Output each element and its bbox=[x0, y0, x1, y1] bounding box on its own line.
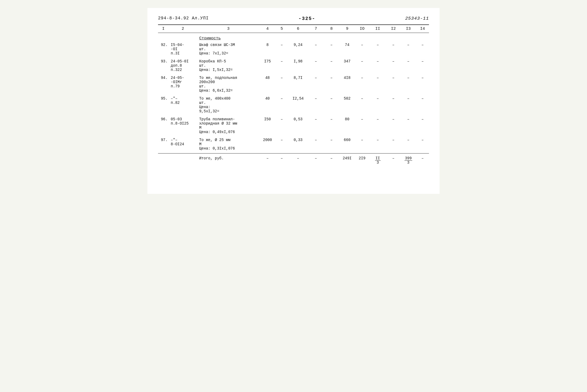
row-5-col-12: – bbox=[386, 116, 401, 135]
row-5-col-5: – bbox=[275, 116, 288, 135]
total-col-5: – bbox=[275, 154, 288, 167]
row-4-col-12: – bbox=[386, 95, 401, 114]
col-header-6: 6 bbox=[288, 25, 308, 33]
row-3-col-13: – bbox=[401, 75, 416, 94]
col-header-8: 8 bbox=[324, 25, 339, 33]
row-2-col-8: – bbox=[324, 58, 339, 73]
row-1-col-3: Шкаф связи ШС-3М шт. Цена: 7хI,32= bbox=[197, 42, 260, 57]
main-table: I 2 3 4 5 6 7 8 9 IO II I2 I3 I4 Стоимо bbox=[158, 24, 429, 167]
row-4-col-10: – bbox=[355, 95, 369, 114]
row-3-col-4: 48 bbox=[260, 75, 275, 94]
row-4-col-11: – bbox=[369, 95, 386, 114]
col-header-12: I2 bbox=[386, 25, 401, 33]
section-header-label: Стоимость bbox=[197, 33, 260, 42]
row-1-col-12: – bbox=[386, 42, 401, 57]
table-row: 95.–"– п.82То же, 400х400 шт. Цена: 9,5х… bbox=[158, 95, 429, 114]
row-5-col-13: – bbox=[401, 116, 416, 135]
total-col-11: II3 bbox=[369, 154, 386, 167]
row-6-col-2: –"– 8-OI24 bbox=[169, 137, 197, 152]
col-header-1: I bbox=[158, 25, 169, 33]
col-header-7: 7 bbox=[308, 25, 324, 33]
table-row: 92.I5-04- -OI п.3IШкаф связи ШС-3М шт. Ц… bbox=[158, 42, 429, 57]
row-5-col-6: 0,53 bbox=[288, 116, 308, 135]
col-header-5: 5 bbox=[275, 25, 288, 33]
row-6-col-13: – bbox=[401, 137, 416, 152]
row-5-col-4: I50 bbox=[260, 116, 275, 135]
total-col-1 bbox=[158, 154, 169, 167]
row-2-col-10: – bbox=[355, 58, 369, 73]
row-4-col-5: – bbox=[275, 95, 288, 114]
row-6-col-14: – bbox=[416, 137, 429, 152]
row-1-col-8: – bbox=[324, 42, 339, 57]
row-1-col-11: – bbox=[369, 42, 386, 57]
section-header-rest bbox=[260, 33, 429, 42]
row-5-col-9: 80 bbox=[339, 116, 355, 135]
row-5-col-10: – bbox=[355, 116, 369, 135]
row-3-col-10: – bbox=[355, 75, 369, 94]
row-1-col-4: 8 bbox=[260, 42, 275, 57]
row-4-col-7: – bbox=[308, 95, 324, 114]
row-4-col-6: I2,54 bbox=[288, 95, 308, 114]
row-4-col-14: – bbox=[416, 95, 429, 114]
row-3-col-6: 8,7I bbox=[288, 75, 308, 94]
row-2-col-3: Коробка КП-5 шт. Цена: I,5хI,32= bbox=[197, 58, 260, 73]
header-right: 25343-11 bbox=[405, 16, 429, 21]
total-col-4: – bbox=[260, 154, 275, 167]
row-5-col-2: 05-03 п.8-OI25 bbox=[169, 116, 197, 135]
row-1-col-10: – bbox=[355, 42, 369, 57]
row-4-col-1: 95. bbox=[158, 95, 169, 114]
row-4-col-8: – bbox=[324, 95, 339, 114]
total-col-2 bbox=[169, 154, 197, 167]
row-3-col-11: – bbox=[369, 75, 386, 94]
row-1-col-2: I5-04- -OI п.3I bbox=[169, 42, 197, 57]
page-header: 294-8-34.92 Ал.УПI -325- 25343-11 bbox=[158, 16, 429, 21]
header-left: 294-8-34.92 Ал.УПI bbox=[158, 16, 209, 21]
row-2-col-13: – bbox=[401, 58, 416, 73]
table-row: 97.–"– 8-OI24То же, Ø 25 мм М Цена: 0,3I… bbox=[158, 137, 429, 152]
section-header-col1 bbox=[158, 33, 169, 42]
row-1-col-9: 74 bbox=[339, 42, 355, 57]
col-header-4: 4 bbox=[260, 25, 275, 33]
col-header-13: I3 bbox=[401, 25, 416, 33]
row-3-col-7: – bbox=[308, 75, 324, 94]
row-3-col-1: 94. bbox=[158, 75, 169, 94]
col-header-3: 3 bbox=[197, 25, 260, 33]
table-row: 94.24-05- -OIMr п.79То же, подпольная 20… bbox=[158, 75, 429, 94]
row-1-col-14: – bbox=[416, 42, 429, 57]
table-row: 96.05-03 п.8-OI25Труба поливинил- хлорид… bbox=[158, 116, 429, 135]
total-col-13: 3993 bbox=[401, 154, 416, 167]
row-2-col-6: I,98 bbox=[288, 58, 308, 73]
column-header-row: I 2 3 4 5 6 7 8 9 IO II I2 I3 I4 bbox=[158, 25, 429, 33]
row-1-col-5: – bbox=[275, 42, 288, 57]
row-5-col-14: – bbox=[416, 116, 429, 135]
total-col-6: – bbox=[288, 154, 308, 167]
row-6-col-10: – bbox=[355, 137, 369, 152]
total-row: Итого, руб.–––––249I2I9II3–3993– bbox=[158, 154, 429, 167]
row-4-col-13: – bbox=[401, 95, 416, 114]
row-3-col-3: То же, подпольная 200х200 шт. Цена: 6,6х… bbox=[197, 75, 260, 94]
row-3-col-14: – bbox=[416, 75, 429, 94]
row-1-col-6: 9,24 bbox=[288, 42, 308, 57]
row-3-col-12: – bbox=[386, 75, 401, 94]
row-3-col-5: – bbox=[275, 75, 288, 94]
col-header-11: II bbox=[369, 25, 386, 33]
total-col-9: 249I bbox=[339, 154, 355, 167]
header-center: -325- bbox=[299, 16, 316, 21]
row-2-col-1: 93. bbox=[158, 58, 169, 73]
row-6-col-11: – bbox=[369, 137, 386, 152]
row-2-col-2: 24-05-0I доп.8 п.322 bbox=[169, 58, 197, 73]
row-2-col-9: 347 bbox=[339, 58, 355, 73]
row-6-col-8: – bbox=[324, 137, 339, 152]
total-col-10: 2I9 bbox=[355, 154, 369, 167]
row-5-col-3: Труба поливинил- хлоридная Ø 32 мм М Цен… bbox=[197, 116, 260, 135]
total-col-14: – bbox=[416, 154, 429, 167]
col-header-2: 2 bbox=[169, 25, 197, 33]
row-1-col-1: 92. bbox=[158, 42, 169, 57]
row-1-col-13: – bbox=[401, 42, 416, 57]
row-1-col-7: – bbox=[308, 42, 324, 57]
total-col-7: – bbox=[308, 154, 324, 167]
row-3-col-8: – bbox=[324, 75, 339, 94]
row-2-col-4: I75 bbox=[260, 58, 275, 73]
row-4-col-2: –"– п.82 bbox=[169, 95, 197, 114]
row-2-col-5: – bbox=[275, 58, 288, 73]
